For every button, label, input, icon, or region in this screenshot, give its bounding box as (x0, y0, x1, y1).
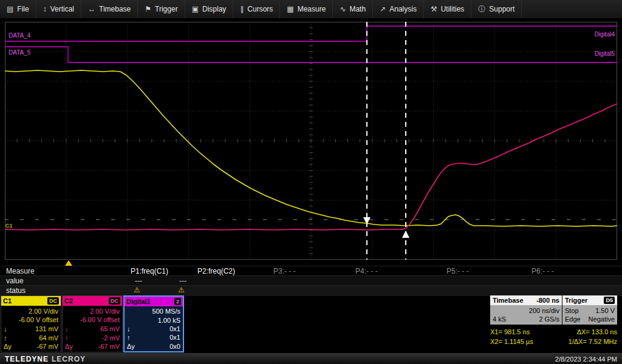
c1-descriptor[interactable]: C1DC 2.00 V/div -6.00 V offset ↓131 mV ↑… (1, 295, 61, 352)
c1-scale: 2.00 V/div (4, 308, 58, 315)
digital1-min-value: 0x1 (169, 325, 180, 332)
digital1-max-row: ↑0x1 (127, 334, 180, 341)
c1-min-value: 131 mV (35, 325, 58, 332)
digital4-right-label: Digital4 (595, 31, 615, 38)
support-icon: ⓘ (478, 4, 485, 15)
trigger-source-badge: D5 (604, 297, 615, 304)
c1-offset: -6.00 V offset (4, 316, 58, 323)
c2-delta-row: Δy-67 mV (65, 343, 120, 350)
status-bar: TELEDYNE LECROY 2/8/2023 2:34:44 PM (0, 353, 622, 364)
digital1-max-value: 0x1 (169, 334, 180, 341)
oscilloscope-screen: ▤File ↕Vertical ↔Timebase ⚑Trigger ▣Disp… (0, 0, 622, 364)
down-arrow-icon: ↓ (65, 325, 69, 332)
digital1-samples: 1.00 kS (127, 317, 180, 324)
display-icon: ▣ (192, 5, 199, 13)
measure-row-label: Measure (6, 267, 35, 275)
measure-p5[interactable]: P5:- - - (446, 267, 469, 275)
utilities-icon: ⚒ (431, 5, 437, 13)
cursor-x2-value: X2= 1.1145 µs (490, 338, 533, 345)
menu-item-utilities[interactable]: ⚒Utilities (424, 0, 471, 18)
up-arrow-icon: ↑ (4, 334, 7, 342)
math-icon: ∿ (340, 5, 346, 13)
p1-warning-icon: ⚠ (134, 286, 140, 294)
c2-coupling-badge: DC (109, 297, 120, 305)
p2-value: --- (179, 277, 186, 285)
menu-item-trigger[interactable]: ⚑Trigger (138, 0, 185, 18)
menu-item-label: Analysis (389, 5, 417, 13)
trigger-mode: Stop (565, 307, 579, 314)
delta-y-icon: Δy (127, 343, 135, 350)
timebase-delay: -800 ns (536, 297, 559, 304)
measure-status-row: status ⚠ ⚠ (0, 285, 622, 296)
c1-name: C1 (3, 297, 12, 305)
digital1-rate: 500 MS/s (127, 308, 180, 315)
c1-delta-value: -67 mV (37, 343, 58, 350)
cursors-icon: ∥ (240, 5, 244, 13)
menu-item-label: Trigger (155, 5, 178, 13)
measure-icon: ▦ (287, 5, 293, 13)
digital1-descriptor[interactable]: Digital12 500 MS/s 1.00 kS ↓0x1 ↑0x1 Δy0… (123, 295, 184, 352)
menu-item-timebase[interactable]: ↔Timebase (81, 0, 138, 18)
waveform-display[interactable]: DATA_4 DATA_5 Digital4 Digital5 C1 (5, 22, 617, 260)
digital1-min-row: ↓0x1 (127, 325, 180, 332)
brand-teledyne: TELEDYNE (5, 355, 49, 363)
trigger-level: 1.50 V (595, 307, 615, 314)
c2-max-value: -2 mV (102, 334, 120, 342)
trigger-title: Trigger (565, 297, 587, 304)
menu-item-analysis[interactable]: ↗Analysis (373, 0, 424, 18)
down-arrow-icon: ↓ (4, 325, 7, 332)
down-arrow-icon: ↓ (127, 325, 131, 332)
c2-min-value: 65 mV (100, 325, 120, 332)
timebase-descriptor[interactable]: Timebase-800 ns 200 ns/div 4 kS2 GS/s (490, 295, 562, 325)
c2-delta-value: -67 mV (98, 343, 120, 350)
menu-item-display[interactable]: ▣Display (185, 0, 234, 18)
menu-item-label: File (17, 5, 29, 13)
cursor-dx-value: ΔX= 133.0 ns (577, 328, 617, 335)
cursor-x1-value: X1= 981.5 ns (490, 328, 530, 335)
menu-bar: ▤File ↕Vertical ↔Timebase ⚑Trigger ▣Disp… (0, 0, 622, 19)
menu-item-file[interactable]: ▤File (0, 0, 36, 18)
teledyne-lecroy-logo: TELEDYNE LECROY (5, 355, 86, 363)
measure-header-row: Measure P1:freq(C1) P2:freq(C2) P3:- - -… (0, 266, 622, 276)
channel-descriptors: C1DC 2.00 V/div -6.00 V offset ↓131 mV ↑… (1, 295, 184, 352)
data4-label: DATA_4 (9, 32, 31, 39)
measure-p3[interactable]: P3:- - - (273, 267, 296, 275)
measure-p1[interactable]: P1:freq(C1) (131, 267, 168, 275)
trigger-descriptor[interactable]: TriggerD5 Stop1.50 V EdgeNegative (562, 295, 617, 325)
cursor-readout: X1= 981.5 nsΔX= 133.0 ns X2= 1.1145 µs1/… (490, 327, 617, 346)
c1-zero-marker[interactable]: C1 (5, 223, 13, 229)
trigger-icon: ⚑ (145, 5, 151, 13)
measure-value-row: value --- --- (0, 275, 622, 286)
up-arrow-icon: ↑ (127, 334, 131, 341)
digital1-name: Digital1 (126, 298, 151, 305)
trigger-type: Edge (565, 315, 581, 323)
timebase-scale: 200 ns/div (529, 307, 559, 314)
trigger-position-marker[interactable] (65, 260, 72, 266)
file-icon: ▤ (7, 5, 13, 13)
digital1-delta-value: 0x0 (169, 343, 180, 350)
measure-p6[interactable]: P6:- - - (531, 267, 554, 275)
c2-max-row: ↑-2 mV (65, 334, 120, 342)
cursor-x2-arrow[interactable] (402, 231, 409, 238)
c2-descriptor[interactable]: C2DC 2.00 V/div -6.00 V offset ↓65 mV ↑-… (62, 295, 123, 352)
menu-item-label: Math (349, 5, 366, 13)
menu-item-label: Support (489, 5, 514, 13)
trigger-slope: Negative (589, 315, 615, 323)
c1-coupling-badge: DC (47, 297, 59, 305)
menu-item-math[interactable]: ∿Math (333, 0, 373, 18)
digital1-badge: 2 (174, 298, 181, 305)
c1-delta-row: Δy-67 mV (4, 343, 58, 350)
graticule (5, 22, 617, 260)
menu-item-vertical[interactable]: ↕Vertical (36, 0, 81, 18)
measure-p2[interactable]: P2:freq(C2) (197, 267, 235, 275)
menu-item-label: Utilities (441, 5, 465, 13)
c1-max-row: ↑64 mV (4, 334, 58, 342)
menu-item-cursors[interactable]: ∥Cursors (233, 0, 280, 18)
datetime: 2/8/2023 2:34:44 PM (555, 356, 617, 363)
c2-scale: 2.00 V/div (65, 308, 120, 315)
menu-item-measure[interactable]: ▦Measure (280, 0, 333, 18)
vertical-icon: ↕ (43, 5, 47, 13)
c1-min-row: ↓131 mV (4, 325, 58, 332)
menu-item-support[interactable]: ⓘSupport (471, 0, 522, 18)
measure-p4[interactable]: P4:- - - (355, 267, 378, 275)
